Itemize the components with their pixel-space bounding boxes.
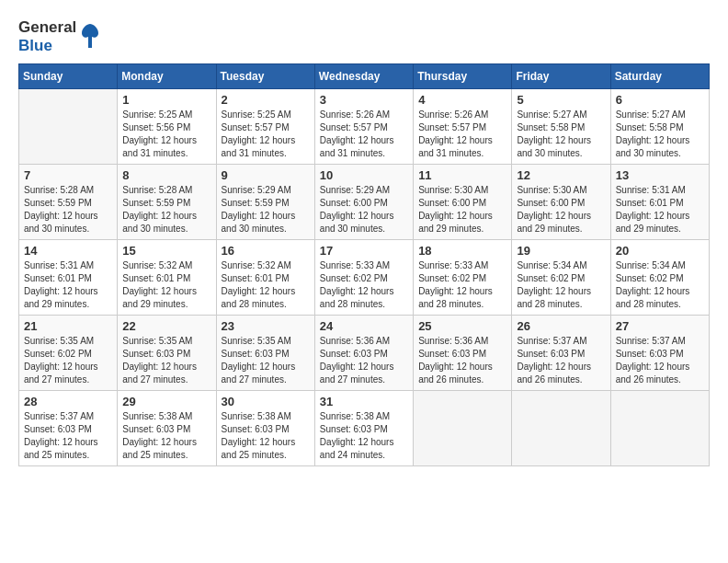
day-number: 13 [616, 168, 704, 182]
day-number: 15 [122, 244, 210, 258]
column-header-saturday: Saturday [610, 64, 709, 89]
day-info: Sunrise: 5:30 AM Sunset: 6:00 PM Dayligh… [517, 184, 605, 236]
calendar-week-3: 14Sunrise: 5:31 AM Sunset: 6:01 PM Dayli… [19, 240, 710, 316]
day-info: Sunrise: 5:38 AM Sunset: 6:03 PM Dayligh… [122, 410, 210, 462]
page-header: General Blue [18, 18, 710, 54]
calendar-week-1: 1Sunrise: 5:25 AM Sunset: 5:56 PM Daylig… [19, 89, 710, 165]
calendar-cell: 27Sunrise: 5:37 AM Sunset: 6:03 PM Dayli… [610, 316, 709, 391]
day-number: 8 [122, 168, 210, 182]
calendar-week-4: 21Sunrise: 5:35 AM Sunset: 6:02 PM Dayli… [19, 316, 710, 391]
logo: General Blue [18, 18, 100, 54]
calendar-cell: 23Sunrise: 5:35 AM Sunset: 6:03 PM Dayli… [216, 316, 314, 391]
logo-general-text: General [18, 18, 76, 37]
calendar-cell: 24Sunrise: 5:36 AM Sunset: 6:03 PM Dayli… [314, 316, 413, 391]
column-header-thursday: Thursday [414, 64, 512, 89]
day-number: 3 [320, 93, 408, 107]
calendar-cell: 13Sunrise: 5:31 AM Sunset: 6:01 PM Dayli… [610, 165, 709, 240]
calendar-cell [610, 391, 709, 466]
calendar-cell: 8Sunrise: 5:28 AM Sunset: 5:59 PM Daylig… [118, 165, 216, 240]
day-info: Sunrise: 5:32 AM Sunset: 6:01 PM Dayligh… [222, 259, 310, 311]
day-number: 12 [517, 168, 605, 182]
day-number: 9 [222, 168, 310, 182]
day-number: 5 [517, 93, 605, 107]
day-number: 10 [320, 168, 408, 182]
day-info: Sunrise: 5:27 AM Sunset: 5:58 PM Dayligh… [517, 109, 605, 160]
column-header-sunday: Sunday [19, 64, 118, 89]
day-number: 30 [222, 395, 310, 408]
day-number: 14 [24, 244, 112, 258]
day-number: 24 [320, 319, 408, 333]
calendar-cell: 21Sunrise: 5:35 AM Sunset: 6:02 PM Dayli… [19, 316, 118, 391]
calendar-cell: 17Sunrise: 5:33 AM Sunset: 6:02 PM Dayli… [314, 240, 413, 316]
calendar-cell: 12Sunrise: 5:30 AM Sunset: 6:00 PM Dayli… [512, 165, 610, 240]
calendar-cell: 3Sunrise: 5:26 AM Sunset: 5:57 PM Daylig… [314, 89, 413, 165]
calendar-cell: 7Sunrise: 5:28 AM Sunset: 5:59 PM Daylig… [19, 165, 118, 240]
calendar-header-row: SundayMondayTuesdayWednesdayThursdayFrid… [19, 64, 710, 89]
calendar-cell: 4Sunrise: 5:26 AM Sunset: 5:57 PM Daylig… [414, 89, 512, 165]
day-number: 21 [24, 319, 112, 333]
day-info: Sunrise: 5:31 AM Sunset: 6:01 PM Dayligh… [24, 259, 112, 311]
day-number: 27 [616, 319, 704, 333]
calendar-cell: 18Sunrise: 5:33 AM Sunset: 6:02 PM Dayli… [414, 240, 512, 316]
day-info: Sunrise: 5:28 AM Sunset: 5:59 PM Dayligh… [122, 184, 210, 236]
calendar-cell: 22Sunrise: 5:35 AM Sunset: 6:03 PM Dayli… [118, 316, 216, 391]
day-number: 31 [320, 395, 408, 408]
day-info: Sunrise: 5:36 AM Sunset: 6:03 PM Dayligh… [418, 335, 506, 386]
day-info: Sunrise: 5:27 AM Sunset: 5:58 PM Dayligh… [616, 109, 704, 160]
day-info: Sunrise: 5:31 AM Sunset: 6:01 PM Dayligh… [616, 184, 704, 236]
calendar-cell: 28Sunrise: 5:37 AM Sunset: 6:03 PM Dayli… [19, 391, 118, 466]
column-header-wednesday: Wednesday [314, 64, 413, 89]
day-info: Sunrise: 5:37 AM Sunset: 6:03 PM Dayligh… [517, 335, 605, 386]
day-number: 7 [24, 168, 112, 182]
day-info: Sunrise: 5:29 AM Sunset: 6:00 PM Dayligh… [320, 184, 408, 236]
logo-bird-icon [80, 22, 100, 52]
calendar-cell: 26Sunrise: 5:37 AM Sunset: 6:03 PM Dayli… [512, 316, 610, 391]
day-info: Sunrise: 5:25 AM Sunset: 5:56 PM Dayligh… [122, 109, 210, 160]
day-number: 18 [418, 244, 506, 258]
day-info: Sunrise: 5:38 AM Sunset: 6:03 PM Dayligh… [222, 410, 310, 462]
day-number: 20 [616, 244, 704, 258]
day-info: Sunrise: 5:34 AM Sunset: 6:02 PM Dayligh… [616, 259, 704, 311]
calendar-cell [512, 391, 610, 466]
calendar-cell: 30Sunrise: 5:38 AM Sunset: 6:03 PM Dayli… [216, 391, 314, 466]
day-number: 25 [418, 319, 506, 333]
calendar-cell: 1Sunrise: 5:25 AM Sunset: 5:56 PM Daylig… [118, 89, 216, 165]
day-number: 11 [418, 168, 506, 182]
calendar-cell: 20Sunrise: 5:34 AM Sunset: 6:02 PM Dayli… [610, 240, 709, 316]
day-info: Sunrise: 5:26 AM Sunset: 5:57 PM Dayligh… [418, 109, 506, 160]
day-info: Sunrise: 5:35 AM Sunset: 6:03 PM Dayligh… [222, 335, 310, 386]
day-info: Sunrise: 5:37 AM Sunset: 6:03 PM Dayligh… [616, 335, 704, 386]
logo-blue-text: Blue [18, 37, 52, 55]
day-info: Sunrise: 5:30 AM Sunset: 6:00 PM Dayligh… [418, 184, 506, 236]
day-info: Sunrise: 5:33 AM Sunset: 6:02 PM Dayligh… [320, 259, 408, 311]
day-info: Sunrise: 5:37 AM Sunset: 6:03 PM Dayligh… [24, 410, 112, 462]
day-number: 16 [222, 244, 310, 258]
day-info: Sunrise: 5:33 AM Sunset: 6:02 PM Dayligh… [418, 259, 506, 311]
calendar-cell: 5Sunrise: 5:27 AM Sunset: 5:58 PM Daylig… [512, 89, 610, 165]
day-info: Sunrise: 5:25 AM Sunset: 5:57 PM Dayligh… [222, 109, 310, 160]
day-info: Sunrise: 5:35 AM Sunset: 6:03 PM Dayligh… [122, 335, 210, 386]
day-info: Sunrise: 5:36 AM Sunset: 6:03 PM Dayligh… [320, 335, 408, 386]
calendar-cell: 25Sunrise: 5:36 AM Sunset: 6:03 PM Dayli… [414, 316, 512, 391]
calendar-week-5: 28Sunrise: 5:37 AM Sunset: 6:03 PM Dayli… [19, 391, 710, 466]
calendar-cell [19, 89, 118, 165]
day-info: Sunrise: 5:28 AM Sunset: 5:59 PM Dayligh… [24, 184, 112, 236]
calendar-cell: 9Sunrise: 5:29 AM Sunset: 5:59 PM Daylig… [216, 165, 314, 240]
calendar-cell: 29Sunrise: 5:38 AM Sunset: 6:03 PM Dayli… [118, 391, 216, 466]
day-number: 26 [517, 319, 605, 333]
day-number: 22 [122, 319, 210, 333]
calendar-cell: 15Sunrise: 5:32 AM Sunset: 6:01 PM Dayli… [118, 240, 216, 316]
day-number: 4 [418, 93, 506, 107]
calendar-cell: 11Sunrise: 5:30 AM Sunset: 6:00 PM Dayli… [414, 165, 512, 240]
column-header-friday: Friday [512, 64, 610, 89]
logo-container: General Blue [18, 18, 100, 54]
day-number: 2 [222, 93, 310, 107]
calendar-cell: 16Sunrise: 5:32 AM Sunset: 6:01 PM Dayli… [216, 240, 314, 316]
calendar-cell: 31Sunrise: 5:38 AM Sunset: 6:03 PM Dayli… [314, 391, 413, 466]
day-number: 17 [320, 244, 408, 258]
day-info: Sunrise: 5:26 AM Sunset: 5:57 PM Dayligh… [320, 109, 408, 160]
calendar-cell: 2Sunrise: 5:25 AM Sunset: 5:57 PM Daylig… [216, 89, 314, 165]
calendar-cell: 10Sunrise: 5:29 AM Sunset: 6:00 PM Dayli… [314, 165, 413, 240]
calendar-table: SundayMondayTuesdayWednesdayThursdayFrid… [18, 63, 710, 466]
column-header-tuesday: Tuesday [216, 64, 314, 89]
